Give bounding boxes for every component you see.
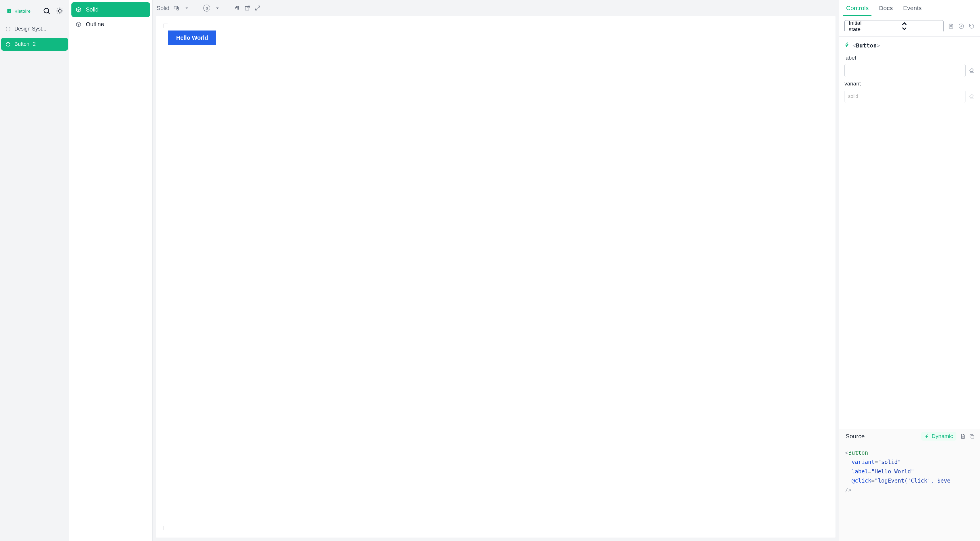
variant-input[interactable] <box>845 90 966 103</box>
preview-demo-button[interactable]: Hello World <box>168 30 216 45</box>
cube-icon <box>5 41 11 47</box>
paragraph-rtl-icon[interactable] <box>234 5 240 11</box>
eraser-icon[interactable] <box>969 67 975 74</box>
svg-line-9 <box>62 13 62 13</box>
variant-label: Solid <box>86 6 99 13</box>
add-state-icon[interactable] <box>958 23 964 29</box>
control-label: label <box>845 55 975 61</box>
bolt-icon <box>845 42 850 49</box>
expand-code-icon[interactable] <box>255 5 261 11</box>
source-panel: Source Dynamic <Button variant="solid" l… <box>839 429 980 541</box>
source-title: Source <box>846 433 865 440</box>
preview-toolbar: Solid a <box>153 0 839 16</box>
copy-icon[interactable] <box>969 433 975 439</box>
eraser-icon[interactable] <box>969 93 975 100</box>
cube-icon <box>75 6 82 13</box>
source-code-block: <Button variant="solid" label="Hello Wor… <box>839 443 980 541</box>
right-panel: Controls Docs Events Initial state <Butt… <box>839 0 980 541</box>
dynamic-label: Dynamic <box>932 433 953 439</box>
state-select[interactable]: Initial state <box>845 20 944 32</box>
svg-line-2 <box>48 13 49 14</box>
variants-sidebar: Solid Outline <box>69 0 153 541</box>
current-variant-name: Solid <box>157 5 169 11</box>
tab-controls[interactable]: Controls <box>846 0 869 16</box>
label-input[interactable] <box>845 64 966 77</box>
svg-point-3 <box>59 10 61 12</box>
tree-group-design-system[interactable]: Design Syst... <box>1 22 68 35</box>
state-select-value: Initial state <box>849 20 869 33</box>
chevron-down-icon[interactable] <box>214 5 221 11</box>
tree-group-label: Design Syst... <box>14 26 46 32</box>
primary-sidebar: Histoire Design Syst... <box>0 0 69 541</box>
plus-square-icon <box>5 26 11 32</box>
frame-corner-bl <box>164 526 167 530</box>
file-icon[interactable] <box>960 433 966 439</box>
save-icon[interactable] <box>948 23 954 29</box>
tree-story-label: Button <box>14 41 29 47</box>
text-direction-icon[interactable]: a <box>203 5 210 11</box>
variant-label: Outline <box>86 21 104 28</box>
svg-line-11 <box>62 9 62 9</box>
svg-point-1 <box>44 8 49 13</box>
tree-story-count: 2 <box>33 41 36 47</box>
dynamic-toggle[interactable]: Dynamic <box>921 432 956 441</box>
panel-tabs: Controls Docs Events <box>839 0 980 16</box>
control-field-variant: variant <box>839 77 980 103</box>
chevron-down-icon[interactable] <box>184 5 190 11</box>
cube-outline-icon <box>75 21 82 28</box>
component-name-text: Button <box>856 42 877 49</box>
control-label: variant <box>845 81 975 87</box>
open-new-window-icon[interactable] <box>244 5 250 11</box>
responsive-icon[interactable] <box>173 5 180 11</box>
tab-events[interactable]: Events <box>903 0 921 16</box>
tab-docs[interactable]: Docs <box>879 0 893 16</box>
brand-logo[interactable]: Histoire <box>6 8 30 14</box>
reset-state-icon[interactable] <box>969 23 975 29</box>
tree-story-button[interactable]: Button 2 <box>1 38 68 51</box>
svg-line-10 <box>57 13 58 13</box>
variant-item-outline[interactable]: Outline <box>72 17 150 32</box>
preview-column: Solid a Hell <box>153 0 839 541</box>
search-icon[interactable] <box>43 7 51 15</box>
frame-corner-tl <box>164 24 167 28</box>
component-heading: <Button> <box>839 36 980 51</box>
svg-rect-21 <box>950 27 952 28</box>
preview-frame: Hello World <box>156 16 835 538</box>
svg-line-8 <box>57 9 58 9</box>
histoire-logo-icon <box>6 8 12 14</box>
bolt-icon <box>925 434 929 439</box>
svg-rect-29 <box>971 435 974 438</box>
control-field-label: label <box>839 51 980 77</box>
variant-item-solid[interactable]: Solid <box>72 2 150 17</box>
select-chevrons-icon <box>869 21 940 32</box>
theme-toggle-icon[interactable] <box>56 7 64 15</box>
brand-name: Histoire <box>14 9 30 14</box>
